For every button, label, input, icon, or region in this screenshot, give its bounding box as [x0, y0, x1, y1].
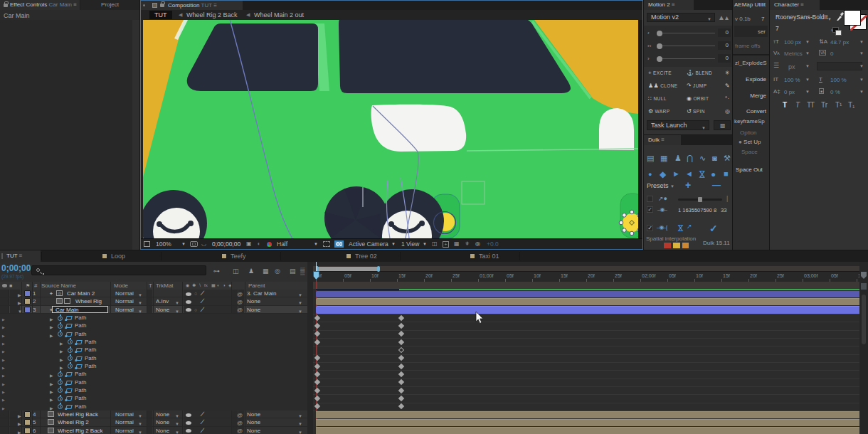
horizontal-scale-arrow[interactable]: ▼ [859, 78, 864, 82]
duik-remove-button[interactable]: — [712, 180, 721, 190]
view-dropdown-arrow[interactable]: ▼ [423, 239, 427, 250]
font-family-dropdown[interactable]: RooneySans-BoldIt ▼ [773, 14, 829, 23]
layer-row-5[interactable]: ▶ 5 Wheel Rig 2 Normal ▼ None ▼ ∕ @ None… [0, 418, 307, 426]
keyframe-diamond[interactable] [398, 331, 404, 337]
timeline-track-area[interactable] [313, 282, 859, 434]
panel-menu-icon[interactable]: ≡ [672, 1, 675, 8]
pickwhip-icon[interactable]: @ [237, 411, 243, 419]
trkmat-dropdown-arrow[interactable]: ▼ [175, 429, 179, 434]
keyframe-diamond[interactable] [398, 396, 404, 401]
slider-knob[interactable] [657, 43, 662, 49]
path-property-label[interactable]: Path [75, 370, 103, 378]
keyframe-diamond[interactable] [398, 339, 404, 344]
video-switch-cell[interactable] [0, 411, 9, 418]
stopwatch-icon[interactable] [68, 348, 73, 353]
blend-mode-dropdown[interactable]: Normal [115, 411, 138, 418]
duik-swatch-orange[interactable] [682, 243, 689, 248]
trkmat-dropdown[interactable] [156, 290, 174, 297]
path-property-row[interactable]: ▶ ▶ Path [0, 346, 307, 354]
path-property-row[interactable]: ▶ ▶ Path [0, 338, 307, 346]
superscript-button[interactable]: T¹ [835, 101, 842, 109]
stopwatch-icon[interactable] [58, 396, 63, 401]
path-property-row[interactable]: ▶ ▶ Path [0, 330, 307, 338]
current-time-display[interactable]: 0;00;00;00 [1, 263, 32, 273]
path-property-label[interactable]: Path [75, 314, 103, 322]
kerning-value[interactable]: Metrics [784, 51, 803, 57]
slider-knob[interactable] [657, 31, 662, 36]
video-switch-cell[interactable] [0, 418, 9, 425]
comp-mini-flowchart-icon[interactable]: ⊶ [213, 268, 220, 275]
snapshot-icon[interactable]: ▣ [246, 240, 252, 247]
layer-name[interactable]: Wheel Rig 2 Back [58, 427, 107, 434]
keyframe-diamond[interactable] [398, 314, 404, 320]
layer-name[interactable]: Wheel Rig 2 [58, 418, 107, 425]
panel-menu-icon[interactable]: ≡ [800, 1, 804, 8]
work-area-end-handle[interactable] [377, 266, 380, 272]
camera-dropdown[interactable]: Active Camera [349, 239, 388, 250]
video-eye-icon[interactable] [186, 292, 191, 296]
label-color-swatch[interactable] [24, 411, 31, 418]
layer-name-editing[interactable]: Car Main [52, 306, 108, 313]
layer-bar-5[interactable] [316, 419, 859, 426]
kf-shape-right-icon[interactable]: ► [672, 169, 680, 178]
trkmat-dropdown[interactable]: None [156, 411, 174, 418]
motion-spin-button[interactable]: ↺SPIN [687, 108, 724, 115]
show-snapshot-icon[interactable]: ◖ [257, 240, 260, 247]
pixel-aspect-icon[interactable]: ◫ [432, 240, 438, 247]
slider-value[interactable]: 0 [718, 41, 731, 50]
leading-arrow[interactable]: ▼ [859, 40, 864, 44]
stroke-width-unit[interactable]: px [788, 63, 795, 70]
parent-dropdown[interactable]: 3. Car Main [247, 290, 294, 297]
quality-icon[interactable]: ∕ [202, 306, 203, 314]
reset-exposure-icon[interactable]: ◎ [475, 240, 480, 247]
duik-table-icon[interactable]: ▦ [660, 154, 667, 163]
parent-dropdown[interactable]: None [247, 306, 294, 313]
tab-motion2[interactable]: Motion 2 ≡ [644, 0, 694, 10]
path-property-row[interactable]: ▶ ▶ Path [0, 403, 307, 411]
stopwatch-icon[interactable] [58, 388, 63, 393]
col-number[interactable]: # [34, 282, 37, 290]
vertical-scale-arrow[interactable]: ▼ [805, 78, 810, 82]
leading-value[interactable]: 48.7 px [830, 39, 849, 46]
keyframe-diamond[interactable] [398, 323, 404, 329]
duik-swatch-yellow[interactable] [673, 243, 680, 248]
stopwatch-icon[interactable] [58, 316, 63, 321]
task-launch-dropdown[interactable]: Task Launch ▼ [647, 120, 709, 130]
motion-warp-button[interactable]: ⚙WARP [648, 108, 685, 115]
motion-jump-button[interactable]: ↷JUMP [687, 83, 724, 89]
stroke-width-arrow[interactable]: ▼ [805, 64, 810, 68]
layer-bar-3[interactable] [316, 306, 859, 314]
solo-icon[interactable]: ○ [194, 306, 197, 314]
tab-duik[interactable]: Duik ≡ [644, 135, 681, 145]
hide-shy-icon[interactable]: ♟ [248, 268, 254, 275]
label-color-swatch[interactable] [24, 290, 31, 297]
keyframe-diamond[interactable] [398, 347, 404, 353]
video-switch-cell[interactable] [0, 306, 9, 313]
layer-row-2[interactable]: ▶ 2 Wheel Rig Normal ▼ A.Inv ▼ ∕ @ None … [0, 297, 307, 305]
parent-dropdown-arrow[interactable]: ▼ [298, 429, 302, 434]
kf-shape-dot-icon[interactable]: ● [648, 171, 652, 178]
t-switch-cell[interactable] [147, 418, 152, 425]
keyframe-diamond[interactable] [398, 355, 404, 361]
comp-marker-button[interactable] [861, 272, 867, 279]
blend-mode-dropdown[interactable]: Normal [115, 290, 138, 297]
time-ruler[interactable]: 0f 05f 10f 15f 20f 25f 01;00f 05f 10f 15… [313, 262, 859, 282]
path-property-label[interactable]: Path [75, 379, 103, 386]
path-property-label[interactable]: Path [75, 322, 103, 329]
path-property-label[interactable]: Path [85, 338, 113, 346]
fast-previews-icon[interactable]: + [443, 241, 449, 248]
motion-n-button[interactable]: ✎ [725, 83, 732, 89]
trkmat-dropdown[interactable]: A.Inv [156, 297, 174, 305]
tsume-value[interactable]: 0 % [830, 89, 840, 95]
label-color-swatch[interactable] [24, 307, 31, 313]
slider-value[interactable]: 0 [718, 28, 731, 37]
duik-rig-list-icon[interactable]: ▤ [647, 154, 654, 163]
default-stroke-icon[interactable] [835, 30, 842, 36]
draft-3d-icon[interactable]: ◫ [233, 268, 239, 275]
col-t[interactable]: T [149, 282, 152, 290]
tab-character[interactable]: Character ≡ [770, 0, 820, 10]
duik-ease-curve-icon[interactable]: ↗● [658, 195, 667, 202]
brainstorm-icon[interactable]: ▤ [290, 268, 296, 275]
tab-timeline-tut[interactable]: TUT ≡ [0, 250, 41, 262]
motion-orbit-button[interactable]: ◉ORBIT [687, 95, 724, 102]
